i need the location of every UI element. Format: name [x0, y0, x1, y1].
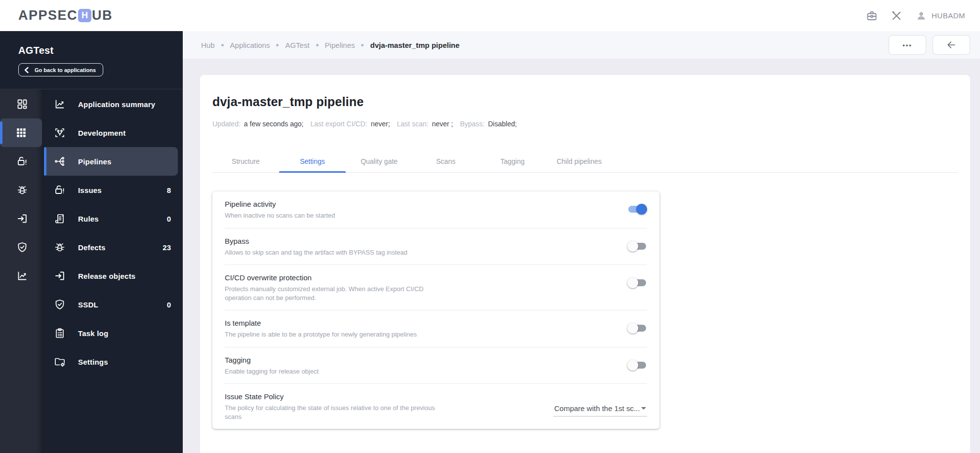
chart-icon [16, 270, 28, 282]
tagging-toggle[interactable] [627, 360, 647, 371]
go-back-to-applications-button[interactable]: Go back to applications [18, 63, 103, 76]
sidebar: AGTest Go back to applications Appli [0, 31, 183, 453]
breadcrumb-item[interactable]: Applications [230, 41, 270, 49]
tab-child-pipelines[interactable]: Child pipelines [546, 151, 612, 172]
pipeline-tabs: StructureSettingsQuality gateScansTaggin… [212, 151, 958, 173]
meta-label: Last scan: [397, 120, 429, 128]
breadcrumb-item[interactable]: Hub [201, 41, 215, 49]
setting-description: The policy for calculating the state of … [225, 404, 437, 421]
sidebar-item-settings[interactable]: Settings [44, 347, 183, 376]
breadcrumb-current: dvja-master_tmp pipeline [370, 41, 459, 49]
content-area: HubApplicationsAGTestPipelinesdvja-maste… [183, 31, 980, 453]
topbar-right: HUBADM [865, 9, 965, 22]
pipeline-activity-toggle[interactable] [627, 204, 647, 215]
sidebar-item-release-objects[interactable]: Release objects [44, 262, 183, 290]
issue-state-policy-select[interactable]: Compare with the 1st sc... [553, 402, 647, 416]
sidebar-item-issues[interactable]: Issues 8 [44, 176, 183, 204]
tab-settings[interactable]: Settings [279, 151, 346, 172]
setting-title: Pipeline activity [225, 200, 335, 208]
folder-gear-icon [54, 356, 66, 368]
sidebar-item-label: Pipelines [78, 157, 166, 166]
sidebar-app-name: AGTest [18, 45, 183, 56]
setting-row-is-template: Is template The pipeline is able to be a… [225, 310, 647, 347]
rail-item-bug[interactable] [0, 176, 44, 204]
appsechub-logo[interactable]: APPSEC H UB [18, 8, 113, 23]
breadcrumb-separator-dot [221, 44, 224, 46]
setting-description: Allows to skip scan and tag the artifact… [225, 248, 408, 257]
setting-title: Bypass [225, 237, 408, 245]
rail-item-shield-check[interactable] [0, 233, 44, 262]
rail-item-exit[interactable] [0, 204, 44, 233]
setting-description: Protects manually customized external jo… [225, 285, 437, 302]
tab-tagging[interactable]: Tagging [479, 151, 546, 172]
breadcrumb-item[interactable]: AGTest [285, 41, 309, 49]
bypass-toggle[interactable] [627, 241, 647, 252]
shield-check-icon [54, 299, 66, 310]
pipeline-meta: Updated: a few seconds ago; Last export … [212, 120, 958, 128]
chart-icon [54, 98, 66, 110]
toggle-knob [627, 241, 638, 252]
apps-grid-icon [15, 127, 27, 139]
logo-text-right: UB [92, 8, 113, 23]
tab-quality-gate[interactable]: Quality gate [346, 151, 412, 172]
sidebar-header: AGTest Go back to applications [0, 31, 183, 89]
briefcase-icon[interactable] [865, 9, 878, 22]
rail-item-chart[interactable] [0, 262, 44, 290]
rail-item-apps-grid[interactable] [0, 118, 42, 147]
sidebar-item-rules[interactable]: Rules 0 [44, 204, 183, 233]
back-button[interactable] [933, 35, 970, 55]
sidebar-item-application-summary[interactable]: Application summary [44, 90, 183, 118]
toggle-knob [627, 277, 638, 288]
meta-value: never ; [432, 120, 453, 128]
ellipsis-icon: ••• [902, 41, 912, 49]
exit-icon [16, 213, 28, 225]
breadcrumb-separator-dot [316, 44, 319, 46]
sidebar-item-label: Release objects [78, 272, 171, 280]
meta-label: Updated: [212, 120, 241, 128]
sidebar-item-pipelines[interactable]: Pipelines [44, 147, 178, 176]
setting-row-bypass: Bypass Allows to skip scan and tag the a… [225, 228, 647, 265]
meta-pair: Bypass: Disabled; [460, 120, 517, 128]
pipeline-panel: dvja-master_tmp pipeline Updated: a few … [200, 75, 970, 453]
breadcrumb-strip: HubApplicationsAGTestPipelinesdvja-maste… [183, 31, 980, 59]
breadcrumb-item[interactable]: Pipelines [325, 41, 355, 49]
more-actions-button[interactable]: ••• [889, 35, 926, 55]
tools-icon[interactable] [890, 9, 903, 22]
tab-structure[interactable]: Structure [212, 151, 279, 172]
rail-item-dashboard[interactable] [0, 90, 44, 118]
sidebar-item-label: Settings [78, 358, 171, 366]
chevron-left-icon [24, 67, 30, 74]
sidebar-item-badge: 0 [167, 301, 171, 309]
sidebar-item-label: Rules [78, 215, 167, 223]
setting-description: Enable tagging for release object [225, 367, 319, 376]
meta-value: Disabled; [488, 120, 517, 128]
dashboard-icon [16, 98, 28, 110]
sidebar-item-badge: 0 [167, 215, 171, 223]
global-nav-rail [0, 89, 44, 453]
sidebar-item-badge: 23 [163, 243, 171, 252]
lock-alert-icon [16, 155, 28, 167]
meta-pair: Updated: a few seconds ago; [212, 120, 303, 128]
panel-wrap: dvja-master_tmp pipeline Updated: a few … [183, 59, 980, 453]
user-menu[interactable]: HUBADM [915, 9, 965, 22]
header-buttons: ••• [889, 35, 970, 55]
branch-icon [54, 127, 66, 139]
toggle-knob [636, 204, 647, 215]
sidebar-item-development[interactable]: Development [44, 118, 183, 147]
tab-scans[interactable]: Scans [412, 151, 479, 172]
go-back-label: Go back to applications [35, 67, 96, 73]
is-template-toggle[interactable] [627, 323, 647, 334]
top-bar: APPSEC H UB [0, 0, 980, 31]
ci-cd-overwrite-protection-toggle[interactable] [627, 277, 647, 288]
toggle-knob [627, 323, 638, 334]
scroll-icon [54, 213, 66, 225]
settings-card: Pipeline activity When inactive no scans… [212, 191, 659, 429]
rail-item-lock-alert[interactable] [0, 147, 44, 176]
meta-pair: Last scan: never ; [397, 120, 453, 128]
lock-alert-icon [54, 184, 66, 196]
sidebar-item-defects[interactable]: Defects 23 [44, 233, 183, 262]
setting-title: Tagging [225, 356, 319, 364]
user-name: HUBADM [932, 11, 965, 20]
sidebar-item-ssdl[interactable]: SSDL 0 [44, 290, 183, 319]
sidebar-item-task-log[interactable]: Task log [44, 319, 183, 347]
